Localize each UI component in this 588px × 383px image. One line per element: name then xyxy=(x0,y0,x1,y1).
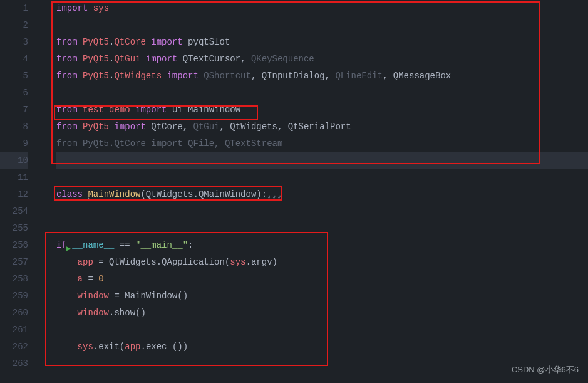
line-number: 258 xyxy=(0,271,28,288)
line-number: 5 xyxy=(0,68,28,85)
code-line: window = MainWindow() xyxy=(56,288,588,305)
code-line xyxy=(56,85,588,102)
code-line xyxy=(56,355,588,372)
code-line: from test_demo import Ui_MainWindow xyxy=(56,102,588,118)
code-line xyxy=(56,17,588,34)
code-line: if __name__ == "__main__": xyxy=(56,237,588,254)
line-number: 10 xyxy=(0,152,28,169)
fold-ellipsis[interactable]: ... xyxy=(267,189,282,199)
line-number: 4 xyxy=(0,51,28,68)
line-number: 255 xyxy=(0,220,28,237)
code-line: from PyQt5 import QtCore, QtGui, QtWidge… xyxy=(56,118,588,135)
line-number: 261 xyxy=(0,322,28,338)
code-line xyxy=(56,220,588,237)
code-editor[interactable]: 1 2 3 4 5 6 7 8 9 10 11 12 254 255 256 2… xyxy=(0,0,588,383)
line-number: 8 xyxy=(0,118,28,135)
code-line: window.show() xyxy=(56,305,588,322)
code-line: import sys xyxy=(56,0,588,17)
watermark-text: CSDN @小华6不6 xyxy=(512,361,579,378)
line-number: 256 xyxy=(0,237,28,254)
line-number: 257 xyxy=(0,254,28,271)
code-line xyxy=(56,203,588,220)
code-line: from PyQt5.QtCore import pyqtSlot xyxy=(56,34,588,51)
code-line-current xyxy=(56,152,588,169)
code-line: sys.exit(app.exec_()) xyxy=(56,338,588,355)
line-number: 9 xyxy=(0,135,28,152)
line-number: 259 xyxy=(0,288,28,305)
line-number: 262 xyxy=(0,338,28,355)
code-line xyxy=(56,322,588,338)
run-gutter-icon[interactable]: ▶ xyxy=(66,241,71,258)
line-number: 6 xyxy=(0,85,28,102)
code-line xyxy=(56,169,588,186)
line-number: 263 xyxy=(0,355,28,372)
line-number: 12 xyxy=(0,186,28,203)
line-number: 11 xyxy=(0,169,28,186)
code-line: from PyQt5.QtWidgets import QShortcut, Q… xyxy=(56,68,588,85)
line-number: 254 xyxy=(0,203,28,220)
line-number: 3 xyxy=(0,34,28,51)
code-line: from PyQt5.QtGui import QTextCursor, QKe… xyxy=(56,51,588,68)
line-number: 7 xyxy=(0,102,28,118)
line-number: 260 xyxy=(0,305,28,322)
code-line: class MainWindow(QtWidgets.QMainWindow):… xyxy=(56,186,588,203)
code-area[interactable]: ▶ › import sys from PyQt5.QtCore import … xyxy=(38,0,588,383)
line-number: 2 xyxy=(0,17,28,34)
line-number: 1 xyxy=(0,0,28,17)
code-line: a = 0 xyxy=(56,271,588,288)
code-line: app = QtWidgets.QApplication(sys.argv) xyxy=(56,254,588,271)
line-number-gutter: 1 2 3 4 5 6 7 8 9 10 11 12 254 255 256 2… xyxy=(0,0,38,383)
code-line: from PyQt5.QtCore import QFile, QTextStr… xyxy=(56,135,588,152)
fold-chevron-icon[interactable]: › xyxy=(86,191,90,207)
